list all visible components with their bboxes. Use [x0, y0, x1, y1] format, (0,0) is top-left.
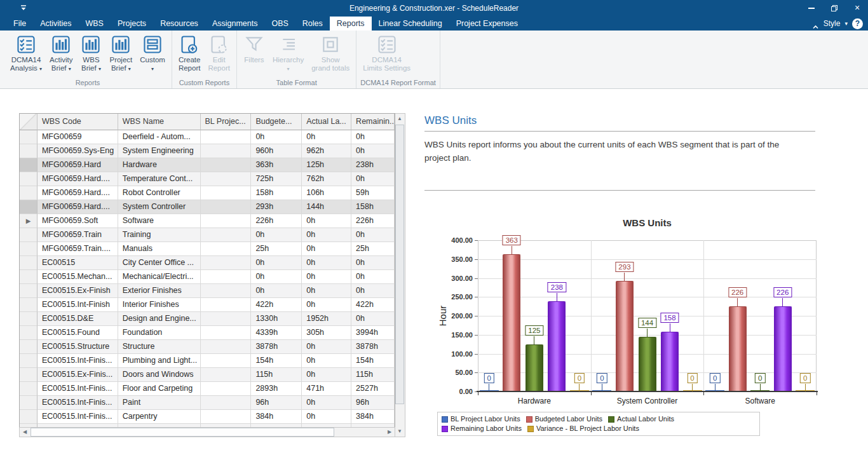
tab-activities[interactable]: Activities: [33, 17, 78, 31]
horizontal-scroll-thumb[interactable]: [31, 428, 334, 437]
tab-file[interactable]: File: [6, 17, 33, 31]
table-row[interactable]: MFG00659.Sys-EngSystem Engineering960h96…: [20, 144, 395, 158]
grid-corner-cell[interactable]: [20, 114, 37, 130]
table-row[interactable]: EC00515.Int-Finis...Floor and Carpeting2…: [20, 382, 395, 396]
minimize-button[interactable]: [801, 0, 822, 17]
table-row[interactable]: EC00515.D&EDesign and Engine...1330h1952…: [20, 312, 395, 326]
row-indicator-cell[interactable]: [20, 396, 37, 410]
row-indicator-cell[interactable]: [20, 144, 37, 158]
row-indicator-cell[interactable]: [20, 312, 37, 326]
vertical-scroll-thumb[interactable]: [395, 125, 404, 404]
tab-resources[interactable]: Resources: [153, 17, 205, 31]
tab-assignments[interactable]: Assignments: [205, 17, 265, 31]
table-row[interactable]: MFG00659.Train....Manuals25h0h25h: [20, 242, 395, 256]
data-label: 125: [525, 325, 543, 336]
dropdown-caret-icon: ▾: [39, 66, 42, 72]
table-cell: 1330h: [251, 312, 302, 326]
table-row[interactable]: EC00515.Int-Finis...Paint96h0h96h: [20, 396, 395, 410]
dcma14-limits-settings-button-label: DCMA14Limits Settings: [363, 56, 410, 72]
row-indicator-cell[interactable]: [20, 130, 37, 144]
style-menu[interactable]: Style: [824, 19, 841, 28]
dcma14-limits-settings-button: DCMA14Limits Settings: [359, 32, 414, 78]
row-indicator-cell[interactable]: [20, 354, 37, 368]
gridline: [478, 278, 817, 279]
row-indicator-cell[interactable]: [20, 256, 37, 270]
restore-button[interactable]: [824, 0, 845, 17]
column-header-budgete-[interactable]: Budgete...: [251, 114, 302, 130]
row-indicator-cell[interactable]: [20, 200, 37, 214]
column-header-remainin-[interactable]: Remainin...: [351, 114, 395, 130]
tab-project-expenses[interactable]: Project Expenses: [449, 17, 525, 31]
activity-brief-button[interactable]: ActivityBrief ▾: [46, 32, 76, 78]
horizontal-scrollbar[interactable]: ◀ ▶: [19, 427, 395, 437]
row-indicator-cell[interactable]: [20, 158, 37, 172]
collapse-ribbon-icon[interactable]: [812, 21, 819, 27]
tab-wbs[interactable]: WBS: [78, 17, 110, 31]
vertical-scrollbar[interactable]: ▲ ▼: [395, 113, 405, 437]
wbs-brief-button[interactable]: WBSBrief ▾: [76, 32, 105, 78]
project-brief-button[interactable]: ProjectBrief ▾: [105, 32, 136, 78]
close-button[interactable]: ×: [846, 0, 868, 17]
tab-roles[interactable]: Roles: [295, 17, 330, 31]
legend-label: BL Project Labor Units: [451, 414, 520, 424]
row-indicator-cell[interactable]: [20, 242, 37, 256]
table-cell: 0h: [302, 340, 351, 354]
table-cell: MFG00659.Train: [37, 228, 118, 242]
scroll-left-arrow-icon[interactable]: ◀: [20, 428, 30, 437]
dropdown-caret-icon: ▾: [128, 66, 131, 72]
row-indicator-cell[interactable]: [20, 186, 37, 200]
row-indicator-cell[interactable]: [20, 172, 37, 186]
help-icon[interactable]: ?: [852, 18, 863, 29]
table-row[interactable]: EC00515.Int-Finis...Carpentry384h0h384h: [20, 410, 395, 424]
table-cell: 125h: [302, 158, 351, 172]
table-row[interactable]: EC00515.FoundFoundation4339h305h3994h: [20, 326, 395, 340]
table-row[interactable]: EC00515.Int-Finis...Plumbing and Light..…: [20, 354, 395, 368]
tab-obs[interactable]: OBS: [264, 17, 295, 31]
table-row[interactable]: EC00515.Ex-Finis...Doors and Windows115h…: [20, 368, 395, 382]
table-row[interactable]: MFG00659.HardHardware363h125h238h: [20, 158, 395, 172]
table-row[interactable]: EC00515.Mechan...Mechanical/Electri...0h…: [20, 270, 395, 284]
scroll-up-arrow-icon[interactable]: ▲: [395, 114, 404, 124]
scroll-right-arrow-icon[interactable]: ▶: [384, 428, 395, 437]
tab-linear-scheduling[interactable]: Linear Scheduling: [372, 17, 449, 31]
table-cell: Floor and Carpeting: [118, 382, 201, 396]
style-caret-icon[interactable]: ▾: [844, 20, 848, 27]
data-label-leader: [737, 298, 738, 306]
row-indicator-cell[interactable]: [20, 270, 37, 284]
column-header-wbs-code[interactable]: WBS Code: [37, 114, 118, 130]
table-row[interactable]: EC00515.StructureStructure3878h0h3878h: [20, 340, 395, 354]
row-indicator-cell[interactable]: [20, 326, 37, 340]
row-indicator-cell[interactable]: [20, 368, 37, 382]
scroll-down-arrow-icon[interactable]: ▼: [395, 426, 404, 437]
table-row[interactable]: EC00515City Center Office ...0h0h0h: [20, 256, 395, 270]
table-row[interactable]: MFG00659.Hard....Robot Controller158h106…: [20, 186, 395, 200]
table-row[interactable]: MFG00659Deerfield - Autom...0h0h0h: [20, 130, 395, 144]
table-row[interactable]: MFG00659.Hard....System Controller293h14…: [20, 200, 395, 214]
current-row-arrow-icon[interactable]: ▶: [20, 214, 37, 228]
table-row[interactable]: MFG00659.Hard....Temperature Cont...725h…: [20, 172, 395, 186]
column-header-wbs-name[interactable]: WBS Name: [118, 114, 201, 130]
column-header-actual-la-[interactable]: Actual La...: [302, 114, 351, 130]
table-row[interactable]: EC00515.Ex-FinishExterior Finishes0h0h0h: [20, 284, 395, 298]
row-indicator-cell[interactable]: [20, 228, 37, 242]
tab-projects[interactable]: Projects: [111, 17, 153, 31]
custom-button[interactable]: Custom ▾: [136, 32, 169, 78]
create-report-button[interactable]: CreateReport: [175, 32, 205, 78]
row-indicator-cell[interactable]: [20, 298, 37, 312]
row-indicator-cell[interactable]: [20, 382, 37, 396]
table-cell: 158h: [251, 186, 302, 200]
column-header-bl-projec-[interactable]: BL Projec...: [201, 114, 252, 130]
table-cell: [201, 340, 252, 354]
y-axis-tick: [475, 354, 478, 355]
data-label-leader: [760, 384, 761, 391]
row-indicator-cell[interactable]: [20, 410, 37, 424]
table-row[interactable]: MFG00659.TrainTraining0h0h0h: [20, 228, 395, 242]
tab-reports[interactable]: Reports: [330, 17, 372, 31]
row-indicator-cell[interactable]: [20, 284, 37, 298]
table-cell: 238h: [351, 158, 395, 172]
table-row[interactable]: EC00515.Int-FinishInterior Finishes422h0…: [20, 298, 395, 312]
dcma14-analysis-button[interactable]: DCMA14Analysis ▾: [6, 32, 46, 78]
legend-label: Actual Labor Units: [617, 414, 674, 424]
row-indicator-cell[interactable]: [20, 340, 37, 354]
table-row[interactable]: ▶MFG00659.SoftSoftware226h0h226h: [20, 214, 395, 228]
